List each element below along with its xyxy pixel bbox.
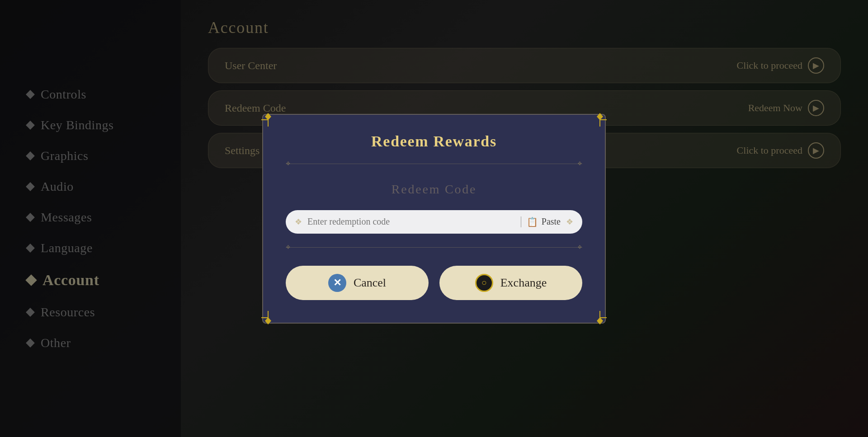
- bottom-divider: [286, 247, 582, 248]
- corner-tr-decoration: [593, 113, 607, 127]
- cancel-button[interactable]: ✕ Cancel: [286, 266, 429, 300]
- redemption-code-input[interactable]: [307, 216, 515, 227]
- corner-bl-decoration: [261, 311, 275, 324]
- input-right-diamond-icon: ❖: [566, 217, 573, 227]
- modal-overlay: Redeem Rewards Redeem Code ❖ 📋 Paste ❖ ✕…: [0, 0, 868, 437]
- exchange-label: Exchange: [500, 276, 547, 290]
- modal-subtitle: Redeem Code: [392, 182, 477, 197]
- cancel-label: Cancel: [354, 276, 386, 290]
- paste-button[interactable]: 📋 Paste: [527, 216, 561, 227]
- redemption-code-container: ❖ 📋 Paste ❖: [286, 210, 582, 234]
- svg-marker-6: [265, 317, 271, 324]
- redeem-rewards-modal: Redeem Rewards Redeem Code ❖ 📋 Paste ❖ ✕…: [262, 114, 606, 324]
- paste-icon: 📋: [527, 216, 538, 227]
- svg-marker-0: [265, 113, 271, 120]
- corner-tl-decoration: [261, 113, 275, 127]
- paste-label: Paste: [542, 216, 561, 227]
- svg-marker-9: [597, 317, 603, 324]
- top-divider: [286, 164, 582, 164]
- input-left-diamond-icon: ❖: [295, 217, 302, 227]
- cancel-icon: ✕: [328, 274, 346, 292]
- svg-marker-3: [597, 113, 603, 120]
- exchange-button[interactable]: ○ Exchange: [439, 266, 582, 300]
- corner-br-decoration: [593, 311, 607, 324]
- modal-title: Redeem Rewards: [371, 133, 497, 150]
- modal-buttons: ✕ Cancel ○ Exchange: [286, 266, 582, 300]
- input-divider: [521, 216, 521, 227]
- exchange-icon: ○: [475, 274, 493, 292]
